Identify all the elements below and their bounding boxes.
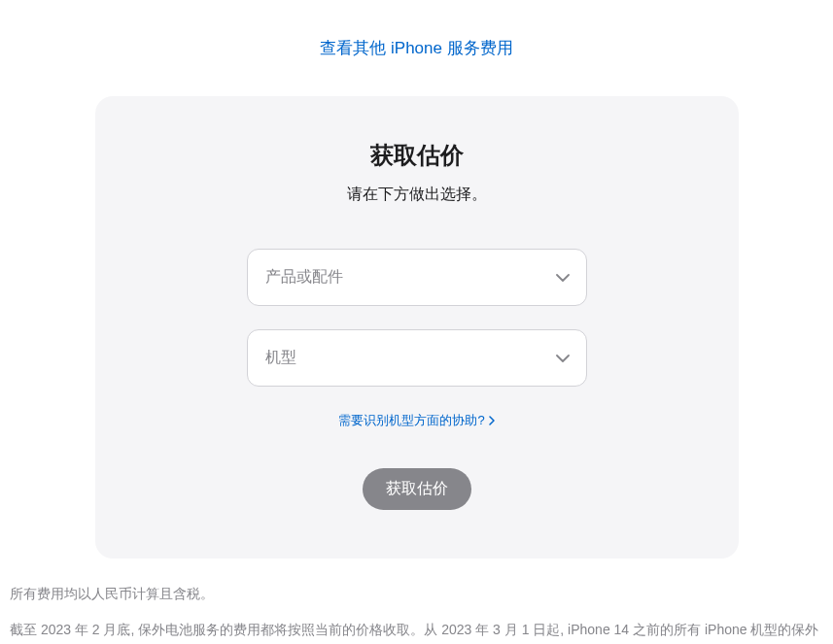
get-estimate-button[interactable]: 获取估价 xyxy=(363,468,471,510)
other-services-link[interactable]: 查看其他 iPhone 服务费用 xyxy=(320,39,512,57)
card-subtitle: 请在下方做出选择。 xyxy=(134,185,700,205)
model-help-link[interactable]: 需要识别机型方面的协助? xyxy=(338,412,494,429)
chevron-right-icon xyxy=(489,414,495,428)
model-select[interactable]: 机型 xyxy=(247,329,587,387)
product-select-wrap: 产品或配件 xyxy=(247,249,587,306)
estimate-card: 获取估价 请在下方做出选择。 产品或配件 机型 需要识别机型方面的协助? 获取估… xyxy=(95,96,739,559)
product-select[interactable]: 产品或配件 xyxy=(247,249,587,306)
footer-line-2-part1: 截至 2023 年 2 月底, 保外电池服务的费用都将按照当前的价格收取。从 2… xyxy=(10,622,818,644)
submit-row: 获取估价 xyxy=(134,468,700,510)
footer-notes: 所有费用均以人民币计算且含税。 截至 2023 年 2 月底, 保外电池服务的费… xyxy=(0,559,833,644)
footer-line-2: 截至 2023 年 2 月底, 保外电池服务的费用都将按照当前的价格收取。从 2… xyxy=(10,618,823,644)
card-title: 获取估价 xyxy=(134,140,700,171)
footer-line-1: 所有费用均以人民币计算且含税。 xyxy=(10,582,823,606)
top-link-container: 查看其他 iPhone 服务费用 xyxy=(0,0,833,79)
model-select-wrap: 机型 xyxy=(247,329,587,387)
help-link-label: 需要识别机型方面的协助? xyxy=(338,412,484,429)
